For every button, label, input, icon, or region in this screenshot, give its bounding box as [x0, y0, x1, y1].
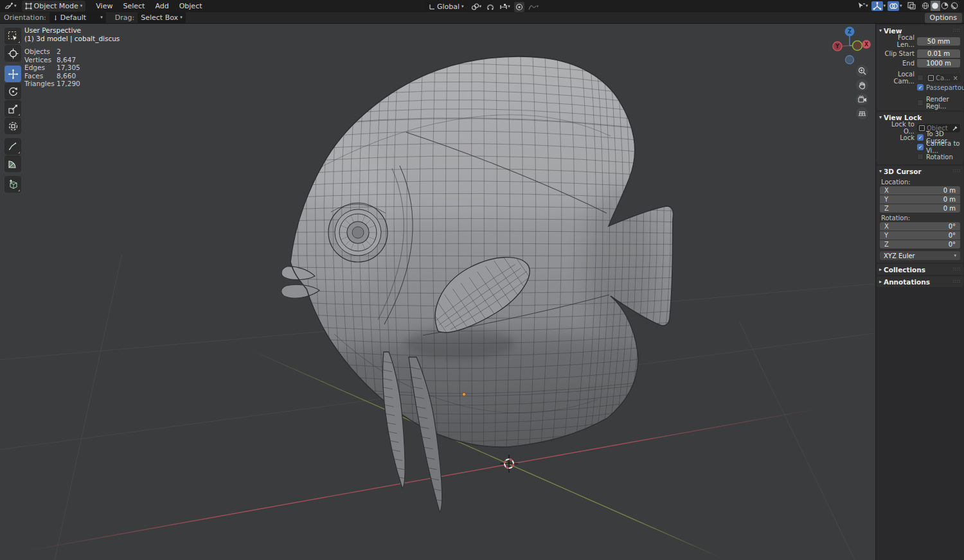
tool-add-cube[interactable] — [4, 176, 21, 193]
annotations-section-header[interactable]: ▸ Annotations ∷∷ — [877, 276, 963, 287]
focal-length-label: Focal Len... — [880, 34, 915, 48]
magnet-icon — [486, 3, 494, 11]
local-camera-object-field[interactable]: Ca... × — [926, 74, 960, 82]
collapse-icon: ▸ — [879, 279, 882, 284]
section-grip-handle[interactable]: ∷∷ — [953, 28, 961, 33]
shading-solid-button[interactable] — [931, 1, 940, 11]
panel-section-view: ▾ View ∷∷ Focal Len... 50 mm Clip Start … — [877, 25, 963, 110]
to-3d-cursor-checkbox[interactable]: ✓ — [917, 134, 924, 141]
snap-increment-icon — [499, 3, 508, 11]
collapse-icon: ▾ — [879, 114, 882, 120]
orientation-value: Global — [437, 3, 460, 11]
view-section-title: View — [884, 27, 902, 35]
blender-window: { "topbar": { "mode": "Object Mode", "me… — [0, 0, 964, 560]
pivot-point-dropdown[interactable]: ▾ — [470, 2, 483, 12]
pan-button[interactable] — [856, 79, 868, 91]
shading-mode-group — [921, 1, 960, 11]
lock-rotation-checkbox[interactable] — [917, 153, 924, 160]
snap-target-dropdown[interactable]: ▾ — [498, 2, 512, 12]
tool-cursor[interactable] — [4, 45, 21, 62]
sidebar-panel: ▾ View ∷∷ Focal Len... 50 mm Clip Start … — [875, 24, 964, 560]
orientation-default-dropdown[interactable]: Default ▾ — [49, 12, 106, 23]
editor-type-button[interactable]: ▾ — [3, 1, 18, 12]
falloff-dropdown[interactable]: ▾ — [527, 2, 540, 12]
lock-rotation-label: Rotation — [926, 153, 953, 161]
tool-annotate[interactable] — [4, 138, 21, 155]
cursor-location-y-field[interactable]: Y0 m — [880, 195, 960, 204]
local-camera-checkbox[interactable] — [917, 74, 924, 81]
cursor-location-z-field[interactable]: Z0 m — [880, 204, 960, 213]
cursor-location-x-field[interactable]: X0 m — [880, 186, 960, 195]
tool-settings-bar: Orientation: Default ▾ Drag: Select Box … — [0, 12, 964, 24]
gizmo-x-label: X — [864, 42, 869, 48]
navigation-gizmo[interactable]: Z Y X — [830, 24, 873, 64]
xray-toggle[interactable] — [906, 1, 917, 11]
cursor-rotation-x-field[interactable]: X0° — [880, 222, 960, 231]
cursor-location-label: Location: — [881, 179, 959, 186]
scene-collection-label: (1) 3d model | cobalt_discus — [24, 35, 120, 43]
collections-section-header[interactable]: ▸ Collections ∷∷ — [877, 264, 963, 275]
focal-length-field[interactable]: 50 mm — [917, 37, 960, 46]
fish-mesh-object[interactable] — [167, 26, 784, 512]
gizmo-z-label: Z — [848, 29, 852, 35]
options-button[interactable]: Options — [925, 13, 962, 23]
drag-mode-dropdown[interactable]: Select Box ▾ — [138, 12, 185, 23]
euler-order-dropdown[interactable]: XYZ Euler ▾ — [880, 251, 960, 260]
stat-faces: Faces8,660 — [24, 72, 120, 80]
camera-to-view-checkbox[interactable]: ✓ — [917, 144, 924, 150]
viewport-3d[interactable] — [0, 0, 964, 560]
shading-rendered-button[interactable] — [950, 1, 960, 11]
tool-measure[interactable] — [4, 155, 21, 172]
mode-selector[interactable]: Object Mode ▾ — [22, 1, 86, 12]
shading-wireframe-button[interactable] — [921, 1, 931, 11]
stat-edges: Edges17,305 — [24, 64, 120, 72]
cursor-rotation-y-field[interactable]: Y0° — [880, 231, 960, 240]
axis-small-icon — [53, 15, 58, 21]
solid-shading-icon — [931, 2, 939, 10]
clear-icon[interactable]: × — [953, 74, 958, 82]
section-grip-handle[interactable]: ∷∷ — [953, 267, 961, 272]
grid-perspective-icon — [858, 109, 866, 118]
cursor-rotation-z-field[interactable]: Z0° — [880, 240, 960, 249]
collapse-icon: ▾ — [879, 168, 882, 174]
snap-toggle[interactable] — [485, 2, 495, 12]
section-grip-handle[interactable]: ∷∷ — [953, 279, 961, 284]
tool-transform[interactable] — [4, 118, 21, 134]
overlays-toggle[interactable] — [888, 1, 899, 11]
ortho-toggle-button[interactable] — [856, 107, 868, 119]
passepartout-checkbox[interactable]: ✓ — [917, 84, 924, 91]
render-region-checkbox[interactable] — [917, 100, 924, 106]
zoom-button[interactable] — [856, 65, 868, 77]
tool-scale[interactable] — [4, 100, 21, 117]
transform-orientation-dropdown[interactable]: Global ▾ — [425, 1, 467, 12]
gizmo-y-label: Y — [835, 44, 839, 49]
menu-add[interactable]: Add — [150, 2, 174, 10]
gizmos-toggle[interactable] — [871, 1, 883, 11]
panel-section-annotations: ▸ Annotations ∷∷ — [877, 276, 963, 287]
tool-rotate[interactable] — [4, 83, 21, 100]
tool-move[interactable] — [4, 66, 21, 82]
clip-end-field[interactable]: 1000 m — [917, 59, 960, 67]
object-visibility-dropdown[interactable]: ▾ — [856, 1, 870, 11]
proportional-edit-toggle[interactable] — [514, 2, 524, 12]
viewport-editor-icon — [4, 2, 14, 10]
menu-object[interactable]: Object — [174, 2, 208, 10]
viewport-overlay-text: User Perspective (1) 3d model | cobalt_d… — [24, 26, 120, 88]
annotations-section-title: Annotations — [884, 278, 930, 286]
collapse-icon: ▾ — [879, 28, 882, 33]
orientation-default-value: Default — [60, 13, 86, 22]
menu-select[interactable]: Select — [118, 2, 150, 10]
stat-triangles: Triangles17,290 — [24, 80, 120, 88]
shading-material-button[interactable] — [940, 1, 950, 11]
drag-mode-value: Select Box — [141, 13, 178, 22]
cursor-section-header[interactable]: ▾ 3D Cursor ∷∷ — [877, 166, 963, 177]
camera-view-button[interactable] — [856, 93, 868, 105]
passepartout-label: Passepartout — [926, 84, 964, 91]
menu-view[interactable]: View — [91, 2, 118, 10]
section-grip-handle[interactable]: ∷∷ — [953, 168, 961, 174]
tool-select-box[interactable] — [4, 28, 21, 44]
panel-section-collections: ▸ Collections ∷∷ — [877, 264, 963, 275]
collections-section-title: Collections — [884, 266, 925, 274]
proportional-edit-icon — [515, 3, 523, 11]
clip-start-field[interactable]: 0.01 m — [917, 49, 960, 58]
